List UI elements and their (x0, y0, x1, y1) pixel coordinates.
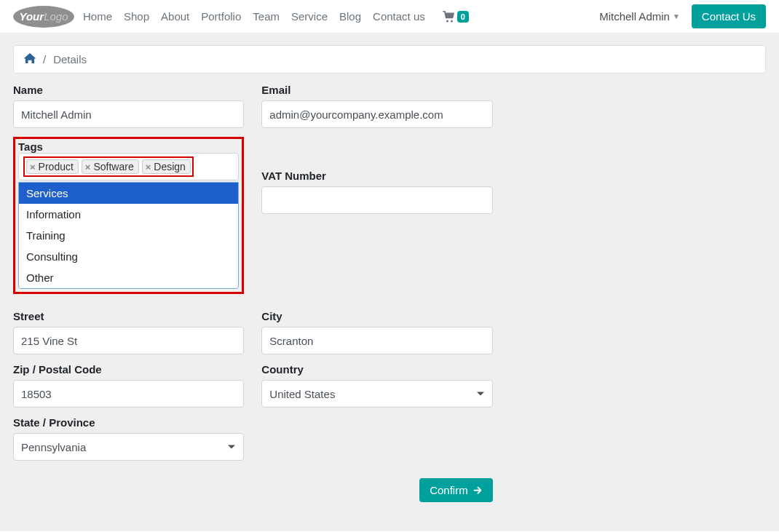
tags-option[interactable]: Other (19, 267, 238, 288)
zip-label: Zip / Postal Code (13, 363, 244, 376)
contact-us-button[interactable]: Contact Us (692, 4, 766, 28)
breadcrumb-separator: / (43, 53, 46, 65)
tags-dropdown: Services Information Training Consulting… (18, 182, 239, 289)
city-label: City (261, 310, 492, 322)
page-content: / Details Name Email Tags ×Product ×Soft… (0, 33, 779, 531)
tags-field-highlight: Tags ×Product ×Software ×Design Services… (13, 137, 244, 294)
nav-contact-us[interactable]: Contact us (373, 10, 425, 23)
vat-label: VAT Number (261, 170, 492, 182)
street-label: Street (13, 310, 244, 322)
breadcrumb: / Details (13, 45, 766, 74)
tags-input[interactable]: ×Product ×Software ×Design (18, 153, 239, 180)
nav-service[interactable]: Service (291, 10, 328, 23)
cart-count-badge: 0 (457, 11, 469, 23)
home-icon (24, 53, 36, 63)
nav-shop[interactable]: Shop (124, 10, 149, 23)
name-input[interactable] (13, 100, 244, 128)
tag-label: Software (93, 161, 133, 172)
nav-home[interactable]: Home (83, 10, 112, 23)
state-label: State / Province (13, 416, 244, 429)
nav-blog[interactable]: Blog (339, 10, 361, 23)
top-nav: YourLogo Home Shop About Portfolio Team … (0, 0, 779, 33)
cart-icon (443, 11, 456, 23)
tag-remove-icon[interactable]: × (85, 162, 91, 172)
nav-links: Home Shop About Portfolio Team Service B… (83, 10, 425, 23)
cart-button[interactable]: 0 (443, 11, 469, 23)
country-label: Country (261, 363, 492, 376)
logo[interactable]: YourLogo (13, 6, 74, 28)
tags-option[interactable]: Services (19, 183, 238, 204)
tag-label: Product (39, 161, 74, 172)
street-input[interactable] (13, 327, 244, 354)
confirm-label: Confirm (430, 484, 468, 496)
breadcrumb-current: Details (53, 53, 87, 65)
tags-option[interactable]: Information (19, 204, 238, 225)
caret-down-icon: ▼ (673, 12, 680, 20)
email-input[interactable] (261, 100, 492, 128)
tag-chip: ×Product (26, 159, 79, 174)
user-menu-label: Mitchell Admin (599, 10, 670, 23)
tag-chip: ×Design (142, 159, 191, 174)
country-select[interactable] (261, 380, 492, 408)
zip-input[interactable] (13, 380, 244, 408)
tags-label: Tags (18, 140, 43, 153)
tag-label: Design (154, 161, 186, 172)
nav-about[interactable]: About (161, 10, 189, 23)
email-label: Email (261, 84, 492, 96)
city-input[interactable] (261, 327, 492, 354)
vat-input[interactable] (261, 186, 492, 214)
arrow-right-icon (472, 486, 483, 495)
user-menu[interactable]: Mitchell Admin ▼ (599, 10, 680, 23)
state-select[interactable] (13, 433, 244, 461)
breadcrumb-home[interactable] (24, 53, 36, 65)
tag-chip: ×Software (82, 159, 139, 174)
confirm-button[interactable]: Confirm (419, 478, 493, 502)
tags-selected-highlight: ×Product ×Software ×Design (23, 156, 194, 177)
nav-portfolio[interactable]: Portfolio (201, 10, 241, 23)
nav-team[interactable]: Team (253, 10, 280, 23)
tags-option[interactable]: Consulting (19, 246, 238, 267)
name-label: Name (13, 84, 244, 96)
tags-option[interactable]: Training (19, 225, 238, 246)
tag-remove-icon[interactable]: × (146, 162, 151, 172)
tag-remove-icon[interactable]: × (30, 162, 36, 172)
